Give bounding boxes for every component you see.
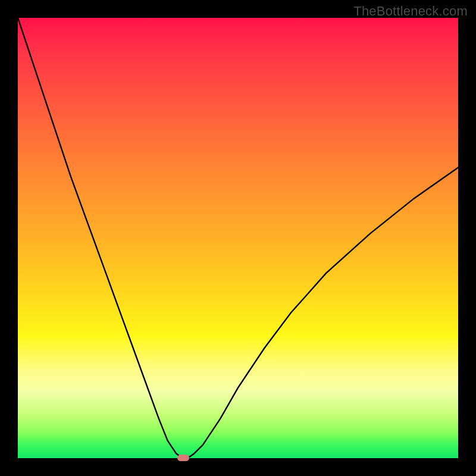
minimum-marker <box>177 455 189 461</box>
chart-frame: TheBottleneck.com <box>0 0 476 476</box>
curve-path <box>18 18 458 458</box>
plot-area <box>18 18 458 458</box>
watermark-text: TheBottleneck.com <box>353 4 468 19</box>
bottleneck-curve <box>18 18 458 458</box>
